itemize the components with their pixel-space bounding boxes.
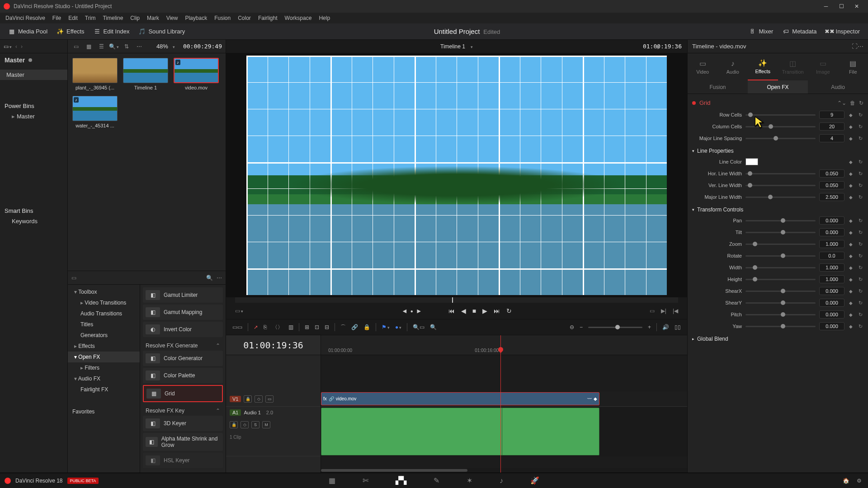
value-sheary[interactable]: 0.000 (819, 299, 844, 307)
reset-icon[interactable]: ↻ (857, 312, 863, 318)
timeline-dropdown-icon[interactable] (470, 43, 473, 50)
timeline-timecode[interactable]: 01:00:19:36 (226, 335, 321, 355)
clip-video[interactable]: ♪ video.mov (174, 58, 219, 90)
tab-effects[interactable]: ✨Effects (748, 53, 778, 80)
mixer-toggle-icon[interactable]: ▯▯ (675, 324, 681, 330)
prev-edit-icon[interactable]: ◄ (401, 307, 408, 314)
keyframe-icon[interactable]: ◆ (848, 195, 854, 200)
menu-clip[interactable]: Clip (127, 13, 143, 23)
timeline-ruler[interactable]: 01:00:00:00 01:00:16:00 (321, 335, 687, 355)
a1-auto-icon[interactable]: ◇ (241, 421, 249, 428)
subtab-audio[interactable]: Audio (808, 80, 868, 94)
edit-tool-icon[interactable]: 〈〉 (272, 324, 283, 331)
timeline-tracks[interactable]: 01:00:00:00 01:00:16:00 fx 🔗 video.mov 〰… (321, 335, 687, 473)
close-button[interactable]: ✕ (849, 0, 864, 13)
snap-icon[interactable]: ⌒ (340, 324, 346, 331)
keyframe-icon[interactable]: ◆ (848, 277, 854, 282)
smart-bin-keywords[interactable]: Keywords (0, 216, 67, 226)
step-bwd-icon[interactable]: |◀ (673, 308, 678, 314)
fx-delete-icon[interactable]: 🗑 (850, 100, 855, 106)
inspector-body[interactable]: Grid ⌃⌄ 🗑 ↻ Row Cells 9 ◆ ↻ Column Cells… (688, 94, 868, 473)
menu-edit[interactable]: Edit (65, 13, 81, 23)
keyframe-icon[interactable]: ◆ (848, 183, 854, 188)
clip-plant[interactable]: plant_-_36945 (... (72, 58, 118, 90)
fx-updown-icon[interactable]: ⌃⌄ (837, 100, 846, 106)
v1-enable-icon[interactable]: ▭ (265, 395, 274, 403)
reset-icon[interactable]: ↻ (857, 300, 863, 306)
selection-tool-icon[interactable]: ➚ (254, 324, 258, 330)
slider-sheary[interactable] (745, 302, 816, 304)
fx-3d-keyer[interactable]: ◧3D Keyer (143, 416, 223, 431)
menu-timeline[interactable]: Timeline (99, 13, 127, 23)
fx-group-generate[interactable]: Resolve FX Generate⌃ (143, 339, 223, 351)
applied-fx-header[interactable]: Grid ⌃⌄ 🗑 ↻ (692, 97, 863, 109)
lock-icon[interactable]: 🔒 (363, 324, 370, 330)
find-clip-icon[interactable]: 🔍▭ (413, 324, 425, 330)
tab-file[interactable]: ▤File (838, 53, 868, 80)
fx-effects[interactable]: ▸ Effects (68, 341, 140, 352)
menu-mark[interactable]: Mark (143, 13, 163, 23)
slider-width[interactable] (745, 267, 816, 268)
fx-generators[interactable]: Generators (68, 330, 140, 341)
slider-hor-width[interactable] (745, 173, 816, 174)
a1-tag[interactable]: A1 (230, 409, 241, 416)
blade-tool-icon[interactable]: ▥ (288, 324, 293, 330)
zoom-fit-icon[interactable]: ⊖ (570, 324, 574, 330)
viewer-scrubber[interactable] (235, 297, 678, 303)
maximize-button[interactable]: ☐ (834, 0, 849, 13)
reset-icon[interactable]: ↻ (857, 124, 863, 130)
zoom-slider[interactable] (588, 327, 642, 328)
reset-icon[interactable]: ↻ (857, 136, 863, 141)
keyframe-icon[interactable]: ◆ (848, 218, 854, 223)
menu-help[interactable]: Help (315, 13, 334, 23)
slider-pitch[interactable] (745, 314, 816, 315)
slider-zoom[interactable] (745, 244, 816, 245)
thumb-view-icon[interactable]: ▦ (84, 42, 93, 51)
menu-davinci[interactable]: DaVinci Resolve (2, 13, 49, 23)
keyframe-icon[interactable]: ◆ (848, 289, 854, 294)
fx-group-key[interactable]: Resolve FX Key⌃ (143, 404, 223, 416)
playhead[interactable] (500, 335, 501, 473)
menu-color[interactable]: Color (234, 13, 255, 23)
keyframe-icon[interactable]: ◆ (848, 113, 854, 117)
fx-color-palette[interactable]: ◧Color Palette (143, 368, 223, 383)
a1-mute-icon[interactable]: M (262, 421, 270, 428)
fx-video-transitions[interactable]: ▸ Video Transitions (68, 297, 140, 308)
metadata-toggle[interactable]: 🏷Metadata (778, 28, 821, 35)
reset-icon[interactable]: ↻ (857, 288, 863, 294)
bypass-icon[interactable]: ◉ (656, 43, 660, 50)
subtab-fusion[interactable]: Fusion (688, 80, 748, 94)
page-cut[interactable]: ✄ (363, 476, 368, 485)
slider-pan[interactable] (745, 220, 816, 221)
fx-alpha-matte[interactable]: ◧Alpha Matte Shrink and Grow (143, 433, 223, 451)
fx-search-icon[interactable]: 🔍 (206, 275, 213, 281)
viewer-timecode[interactable]: 01:00:19:36 (643, 43, 682, 50)
inspector-expand-icon[interactable]: ⛶ (852, 43, 858, 50)
slider-tilt[interactable] (745, 232, 816, 233)
slider-yaw[interactable] (745, 326, 816, 327)
slider-major-spacing[interactable] (745, 138, 816, 139)
page-edit[interactable]: ▞▚ (396, 476, 406, 485)
fx-more-icon[interactable]: ⋯ (217, 275, 222, 281)
bin-master[interactable]: Master (0, 70, 67, 80)
fx-gamut-mapping[interactable]: ◧Gamut Mapping (143, 305, 223, 320)
power-bin-master[interactable]: ▸Master (0, 111, 67, 122)
value-hor-width[interactable]: 0.050 (819, 169, 844, 178)
reset-icon[interactable]: ↻ (857, 218, 863, 224)
fx-reset-icon[interactable]: ↻ (859, 100, 863, 106)
reset-icon[interactable]: ↻ (857, 277, 863, 282)
fx-invert-color[interactable]: ◐Invert Color (143, 322, 223, 337)
mixer-toggle[interactable]: 🎚Mixer (745, 28, 778, 35)
value-width[interactable]: 1.000 (819, 263, 844, 272)
section-global-blend[interactable]: ▸Global Blend (692, 332, 863, 344)
keyframe-icon[interactable]: ◆ (848, 312, 854, 317)
slider-col-cells[interactable] (745, 126, 816, 127)
more-icon[interactable]: ⋯ (135, 42, 144, 51)
section-transform[interactable]: ▾Transform Controls (692, 203, 863, 215)
inspector-more-icon[interactable]: ⋯ (858, 43, 863, 50)
audio-icon[interactable]: 🔊 (662, 324, 669, 330)
v1-tag[interactable]: V1 (230, 396, 241, 402)
value-major-width[interactable]: 2.500 (819, 193, 844, 201)
reset-icon[interactable]: ↻ (857, 253, 863, 259)
menu-view[interactable]: View (163, 13, 182, 23)
